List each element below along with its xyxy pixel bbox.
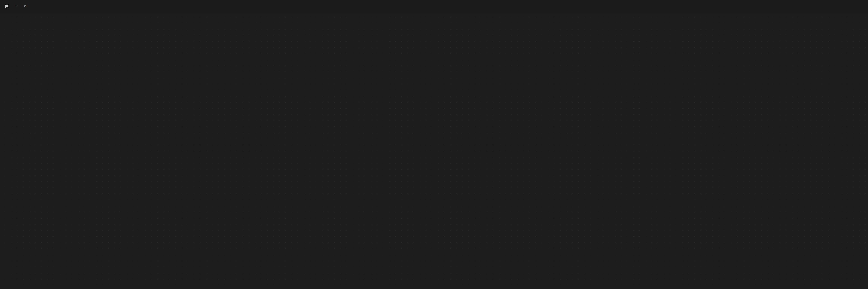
breadcrumb[interactable]: ∴ ⧉: [5, 4, 29, 8]
editor-header: ∴ ⧉: [0, 0, 868, 13]
geometry-nodes-icon: ∴: [16, 5, 18, 8]
node-editor-canvas[interactable]: ∴ ⧉: [0, 0, 868, 289]
node-group-icon: ⧉: [24, 5, 26, 8]
node-wires: [0, 0, 868, 289]
editor-type-icon[interactable]: [5, 4, 9, 8]
